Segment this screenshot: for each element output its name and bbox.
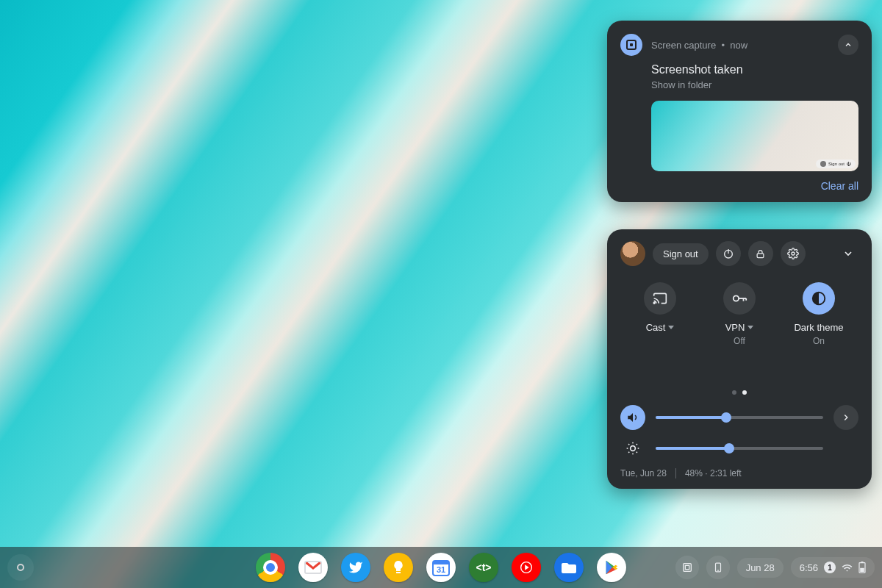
notification-source-line: Screen capture • now	[651, 40, 829, 51]
status-area[interactable]: Jun 28	[737, 558, 784, 578]
play-store-icon[interactable]	[597, 553, 626, 582]
separator	[675, 468, 676, 478]
vpn-label: VPN	[725, 322, 745, 333]
vpn-sub: Off	[703, 336, 776, 346]
user-avatar[interactable]	[620, 241, 645, 266]
volume-row	[620, 405, 858, 430]
battery-icon	[858, 562, 866, 573]
shelf-apps: 31 <t>	[256, 553, 626, 582]
calendar-icon[interactable]: 31	[426, 553, 456, 582]
status-area-right[interactable]: 6:56 1	[791, 557, 875, 578]
brightness-slider[interactable]	[656, 447, 823, 450]
tray-date: Jun 28	[746, 562, 775, 573]
caret-icon	[668, 326, 674, 329]
phone-hub-button[interactable]	[706, 556, 730, 579]
svg-line-14	[637, 452, 637, 453]
svg-line-18	[637, 444, 637, 445]
notification-card: Screen capture • now Screenshot taken Sh…	[607, 21, 872, 202]
caret-icon	[747, 326, 753, 329]
tiles-pager[interactable]	[620, 390, 858, 395]
brightness-row	[620, 436, 858, 461]
dark-theme-sub: On	[782, 336, 856, 346]
notification-time: now	[730, 40, 747, 51]
svg-point-5	[734, 295, 739, 301]
notification-title: Screenshot taken	[651, 63, 858, 76]
keep-icon[interactable]	[384, 553, 413, 582]
power-button[interactable]	[716, 241, 741, 266]
volume-slider[interactable]	[656, 416, 823, 419]
svg-text:31: 31	[437, 565, 445, 574]
svg-point-3	[792, 252, 795, 255]
screen-capture-icon	[620, 34, 642, 56]
sign-out-button[interactable]: Sign out	[653, 243, 709, 265]
svg-point-4	[653, 302, 655, 304]
svg-rect-22	[433, 561, 449, 564]
cast-tile[interactable]: Cast	[623, 282, 697, 346]
shelf-tray: Jun 28 6:56 1	[675, 556, 875, 579]
svg-rect-31	[860, 568, 864, 572]
quick-settings-panel: Sign out Cast VPN Off	[607, 229, 872, 489]
clear-all-button[interactable]: Clear all	[620, 180, 858, 192]
svg-rect-30	[861, 562, 863, 563]
screenshot-thumbnail[interactable]: Sign out⏻	[651, 101, 858, 171]
notif-count-badge: 1	[824, 562, 836, 573]
dark-theme-tile[interactable]: Dark theme On	[782, 282, 856, 346]
files-icon[interactable]	[554, 553, 584, 582]
vpn-tile[interactable]: VPN Off	[703, 282, 776, 346]
dark-theme-label: Dark theme	[794, 322, 843, 333]
svg-rect-26	[685, 565, 689, 569]
youtube-music-icon[interactable]	[512, 553, 541, 582]
chrome-icon[interactable]	[256, 553, 285, 582]
svg-rect-20	[396, 572, 401, 573]
shelf: 31 <t> Jun 28 6:56 1	[0, 547, 882, 588]
thumbnail-mini-label: Sign out	[828, 162, 845, 166]
settings-button[interactable]	[781, 241, 806, 266]
pager-dot-active[interactable]	[742, 390, 747, 395]
twitter-icon[interactable]	[341, 553, 370, 582]
tray-time: 6:56	[800, 562, 818, 573]
notification-source: Screen capture	[651, 40, 716, 51]
svg-rect-2	[757, 253, 764, 257]
code-icon[interactable]: <t>	[469, 553, 498, 582]
svg-line-17	[628, 452, 629, 453]
vpn-icon	[723, 282, 756, 315]
show-in-folder-link[interactable]: Show in folder	[651, 79, 858, 90]
launcher-icon	[17, 564, 24, 571]
qs-battery: 48% · 2:31 left	[685, 468, 742, 478]
volume-icon[interactable]	[620, 405, 645, 430]
audio-settings-button[interactable]	[833, 405, 858, 430]
svg-rect-25	[683, 564, 691, 572]
cast-label: Cast	[646, 322, 666, 333]
pager-dot[interactable]	[732, 390, 736, 395]
lock-button[interactable]	[748, 241, 773, 266]
screen-capture-button[interactable]	[675, 556, 699, 579]
dot-separator: •	[721, 40, 725, 51]
qs-date: Tue, Jun 28	[620, 468, 667, 478]
svg-point-10	[631, 446, 636, 451]
gmail-icon[interactable]	[298, 553, 328, 582]
expand-button[interactable]	[838, 243, 858, 264]
launcher-button[interactable]	[7, 554, 34, 581]
cast-icon	[644, 282, 676, 315]
dark-theme-icon	[803, 282, 835, 315]
svg-line-13	[628, 444, 629, 445]
wifi-icon	[842, 562, 853, 573]
collapse-button[interactable]	[838, 35, 858, 55]
thumbnail-mini-tray: Sign out⏻	[816, 159, 856, 168]
brightness-icon	[620, 436, 645, 461]
